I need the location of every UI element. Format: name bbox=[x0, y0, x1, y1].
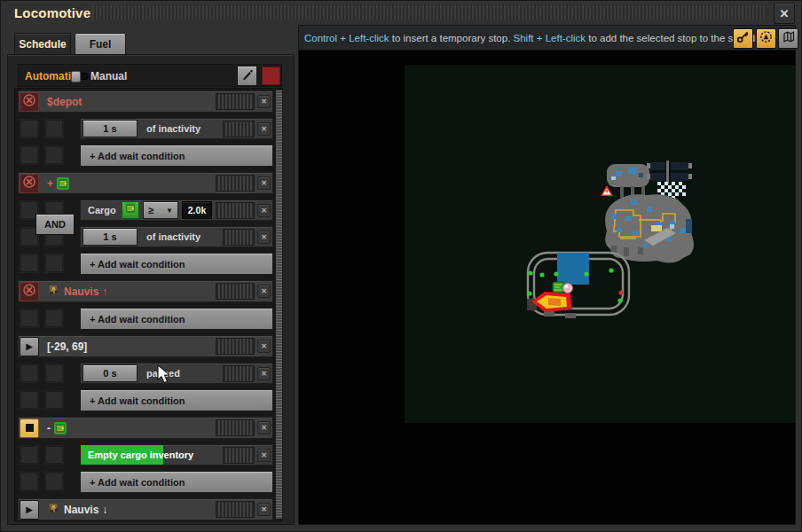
stop-icon bbox=[26, 424, 34, 432]
drag-handle[interactable] bbox=[223, 229, 255, 246]
delete-station-button[interactable]: ✕ bbox=[257, 95, 271, 108]
station-row[interactable]: - ✕ bbox=[18, 417, 273, 439]
add-condition-row: + Add wait condition bbox=[18, 253, 273, 275]
condition-label: of inactivity bbox=[146, 123, 200, 134]
station-row[interactable]: ▶ [-29, 69] ✕ bbox=[18, 335, 273, 357]
toggle-knob[interactable] bbox=[71, 71, 81, 82]
no-path-icon bbox=[22, 93, 36, 111]
add-wait-condition-button[interactable]: + Add wait condition bbox=[80, 145, 273, 167]
condition-slot bbox=[44, 445, 64, 465]
delete-condition-button[interactable]: ✕ bbox=[257, 367, 271, 380]
manual-label: Manual bbox=[90, 70, 127, 82]
add-wait-condition-button[interactable]: + Add wait condition bbox=[80, 471, 273, 493]
wait-condition-row: 0 s passed ✕ bbox=[18, 363, 273, 384]
delete-station-button[interactable]: ✕ bbox=[257, 421, 271, 434]
no-path-icon bbox=[22, 283, 36, 301]
rename-button[interactable] bbox=[237, 66, 257, 86]
and-or-toggle-button[interactable]: AND bbox=[35, 214, 75, 235]
condition-slot bbox=[20, 254, 39, 273]
add-condition-row: + Add wait condition bbox=[18, 145, 273, 167]
delete-station-button[interactable]: ✕ bbox=[257, 285, 271, 298]
direction-up-arrow: ↑ bbox=[102, 286, 107, 298]
delete-station-button[interactable]: ✕ bbox=[257, 176, 271, 190]
rail-planner-button[interactable] bbox=[733, 28, 753, 49]
delete-condition-button[interactable]: ✕ bbox=[257, 231, 271, 244]
close-button[interactable]: ✕ bbox=[774, 3, 795, 24]
condition-slot bbox=[44, 254, 64, 273]
condition-box: 0 s passed ✕ bbox=[80, 363, 273, 384]
go-to-station-button[interactable]: ▶ bbox=[20, 500, 39, 520]
condition-slot bbox=[20, 145, 39, 165]
station-name: Nauvis ↑ bbox=[47, 284, 107, 300]
condition-slot bbox=[44, 119, 64, 138]
go-to-station-button[interactable]: ▶ bbox=[20, 337, 39, 356]
skip-station-button[interactable] bbox=[20, 174, 39, 193]
blue-building bbox=[557, 253, 589, 285]
add-wait-condition-button[interactable]: + Add wait condition bbox=[80, 308, 273, 330]
pink-map-marker bbox=[563, 284, 573, 293]
circuit-map-marker bbox=[553, 282, 564, 293]
drag-handle[interactable] bbox=[223, 121, 255, 137]
constant-value-button[interactable]: 2.0k bbox=[182, 201, 212, 219]
drag-handle[interactable] bbox=[223, 365, 255, 382]
center-on-train-button[interactable] bbox=[756, 28, 776, 49]
skip-station-button[interactable] bbox=[20, 282, 39, 301]
map-view[interactable] bbox=[299, 51, 795, 524]
time-value-button[interactable]: 1 s bbox=[83, 228, 138, 246]
title-bar: Locomotive ✕ bbox=[0, 0, 802, 25]
drag-handle[interactable] bbox=[216, 338, 255, 355]
time-value-button[interactable]: 1 s bbox=[83, 120, 138, 137]
delete-station-button[interactable]: ✕ bbox=[257, 503, 271, 516]
mode-toggle[interactable] bbox=[71, 73, 89, 80]
train-color-swatch[interactable] bbox=[261, 66, 281, 86]
add-wait-condition-button[interactable]: + Add wait condition bbox=[80, 253, 273, 275]
delete-condition-button[interactable]: ✕ bbox=[257, 449, 271, 462]
station-row[interactable]: Nauvis ↑ ✕ bbox=[18, 280, 273, 302]
drag-handle[interactable] bbox=[216, 419, 255, 436]
time-value-button[interactable]: 0 s bbox=[83, 364, 138, 382]
nauvis-surface-icon bbox=[47, 284, 60, 300]
signal-select-button[interactable] bbox=[122, 201, 139, 219]
tan-building bbox=[651, 225, 662, 231]
skip-station-button[interactable] bbox=[20, 92, 39, 112]
hint-shift-click: Shift + Left-click bbox=[514, 33, 586, 43]
electronic-circuit-icon bbox=[124, 202, 137, 218]
condition-slot bbox=[44, 390, 64, 410]
map-panel: Control + Left-click to insert a tempora… bbox=[298, 25, 796, 525]
drag-handle[interactable] bbox=[216, 202, 255, 219]
condition-box: 1 s of inactivity ✕ bbox=[80, 226, 273, 247]
window-drag-handle[interactable] bbox=[92, 5, 767, 20]
play-icon: ▶ bbox=[26, 341, 33, 351]
rail-stub bbox=[565, 313, 576, 318]
tab-fuel[interactable]: Fuel bbox=[75, 33, 126, 55]
drag-handle[interactable] bbox=[216, 501, 255, 518]
station-row[interactable]: + ✕ bbox=[18, 172, 273, 194]
delete-condition-button[interactable]: ✕ bbox=[257, 122, 271, 136]
hint-bar: Control + Left-click to insert a tempora… bbox=[299, 26, 795, 51]
map-view-toggle-button[interactable] bbox=[778, 28, 798, 49]
condition-slot bbox=[44, 145, 64, 165]
schedule-scrollbar[interactable] bbox=[275, 90, 283, 520]
chevron-down-icon: ▼ bbox=[166, 207, 173, 215]
automatic-label: Automatic bbox=[25, 70, 77, 82]
condition-label: Cargo bbox=[88, 205, 122, 215]
add-wait-condition-button[interactable]: + Add wait condition bbox=[80, 389, 273, 411]
condition-box: Empty cargo inventory ✕ bbox=[80, 444, 273, 466]
electronic-circuit-icon bbox=[54, 422, 67, 434]
drag-handle[interactable] bbox=[223, 447, 255, 464]
drag-handle[interactable] bbox=[216, 175, 255, 192]
current-stop-button[interactable] bbox=[20, 419, 39, 438]
delete-station-button[interactable]: ✕ bbox=[257, 340, 271, 353]
drag-handle[interactable] bbox=[216, 93, 255, 110]
delete-condition-button[interactable]: ✕ bbox=[257, 204, 271, 217]
condition-slot bbox=[44, 472, 64, 491]
drag-handle[interactable] bbox=[216, 283, 255, 300]
pencil-icon bbox=[241, 68, 254, 84]
red-signal-dot bbox=[618, 290, 623, 294]
station-row[interactable]: ▶ Nauvis ↓ ✕ bbox=[18, 498, 273, 520]
tab-schedule[interactable]: Schedule bbox=[14, 33, 71, 55]
station-name: + bbox=[47, 177, 69, 190]
comparator-dropdown[interactable]: ≥▼ bbox=[143, 201, 178, 219]
station-row[interactable]: $depot ✕ bbox=[18, 90, 273, 113]
condition-slot bbox=[20, 390, 39, 410]
